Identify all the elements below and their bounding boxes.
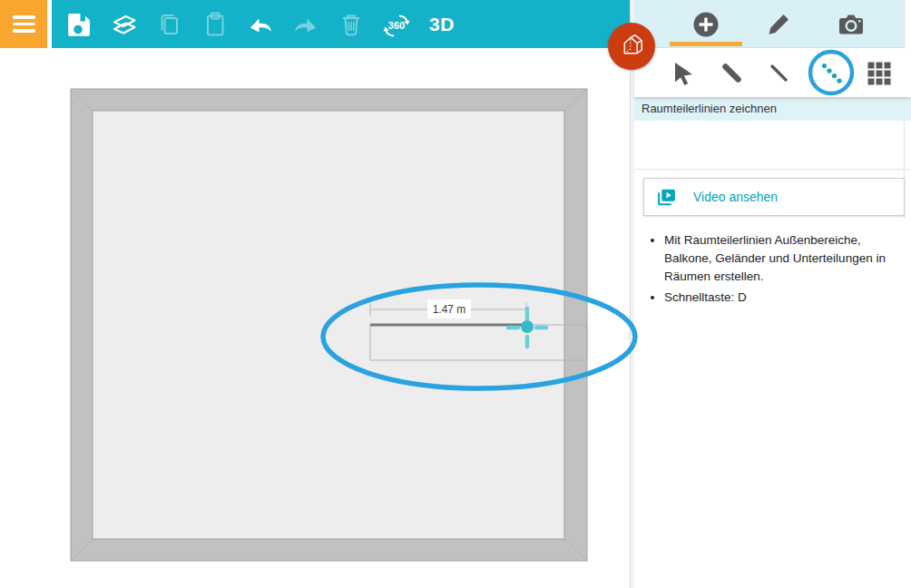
undo-icon xyxy=(244,8,277,41)
redo-icon xyxy=(289,8,322,41)
house-3d-icon xyxy=(613,28,650,64)
panel-separator xyxy=(634,169,911,170)
camera-icon xyxy=(835,8,867,41)
undo-button[interactable] xyxy=(244,8,277,41)
video-library-icon xyxy=(655,186,678,209)
tool-help-item: Mit Raumteilerlinien Außenbereiche, Balk… xyxy=(664,231,902,286)
delete-button[interactable] xyxy=(335,8,367,41)
tool-select[interactable] xyxy=(667,56,700,89)
tab-camera[interactable] xyxy=(815,0,887,48)
hamburger-icon xyxy=(13,23,35,26)
floorplan-drawing: 1.47 m xyxy=(0,48,630,588)
side-panel: Raumteilerlinien zeichnen Video ansehen … xyxy=(634,0,911,588)
tab-edit[interactable] xyxy=(742,0,815,48)
active-tab-indicator xyxy=(670,42,742,46)
trash-icon xyxy=(335,8,367,41)
draw-tools-row xyxy=(634,48,911,97)
watch-video-button[interactable]: Video ansehen xyxy=(643,178,905,216)
copy-button[interactable] xyxy=(153,8,186,41)
plus-circle-icon xyxy=(690,8,722,41)
tool-draw-single-wall[interactable] xyxy=(762,56,795,89)
redo-button[interactable] xyxy=(289,8,322,41)
watch-video-label: Video ansehen xyxy=(693,190,778,204)
paste-icon xyxy=(199,8,231,41)
view-3d-label: 3D xyxy=(429,14,455,35)
tool-help-list: Mit Raumteilerlinien Außenbereiche, Balk… xyxy=(634,231,911,307)
hamburger-icon xyxy=(13,29,35,33)
hamburger-icon xyxy=(13,15,35,19)
panel-empty-area xyxy=(634,121,911,169)
section-title: Raumteilerlinien zeichnen xyxy=(634,97,911,121)
thin-line-icon xyxy=(762,56,795,89)
top-toolbar: 360 3D xyxy=(52,0,630,48)
rotate-360-label: 360 xyxy=(388,20,405,31)
copy-icon xyxy=(153,8,186,41)
pencil-icon xyxy=(762,8,795,41)
rotate-360-icon: 360 xyxy=(380,8,413,41)
rotate-360-button[interactable]: 360 xyxy=(380,8,413,41)
save-button[interactable] xyxy=(63,8,95,41)
grid-icon xyxy=(862,56,895,89)
levels-icon xyxy=(108,8,141,41)
view-3d-button[interactable]: 3D xyxy=(426,8,458,41)
thick-line-icon xyxy=(715,56,748,89)
main-menu-button[interactable] xyxy=(0,0,47,48)
select-arrow-icon xyxy=(667,56,700,89)
tool-help-item: Schnelltaste: D xyxy=(664,289,902,307)
dotted-line-icon xyxy=(815,56,847,89)
levels-button[interactable] xyxy=(108,8,141,41)
tool-draw-divider[interactable] xyxy=(815,56,847,89)
home-3d-button[interactable] xyxy=(608,23,655,70)
tool-draw-walls[interactable] xyxy=(715,56,748,89)
app-window: 360 3D xyxy=(0,0,911,588)
tool-grid[interactable] xyxy=(862,56,895,89)
floorplan-canvas[interactable]: 1.47 m xyxy=(0,48,630,588)
panel-tab-bar xyxy=(634,0,911,48)
dimension-label: 1.47 m xyxy=(433,303,466,316)
paste-button[interactable] xyxy=(199,8,231,41)
save-icon xyxy=(63,8,95,41)
